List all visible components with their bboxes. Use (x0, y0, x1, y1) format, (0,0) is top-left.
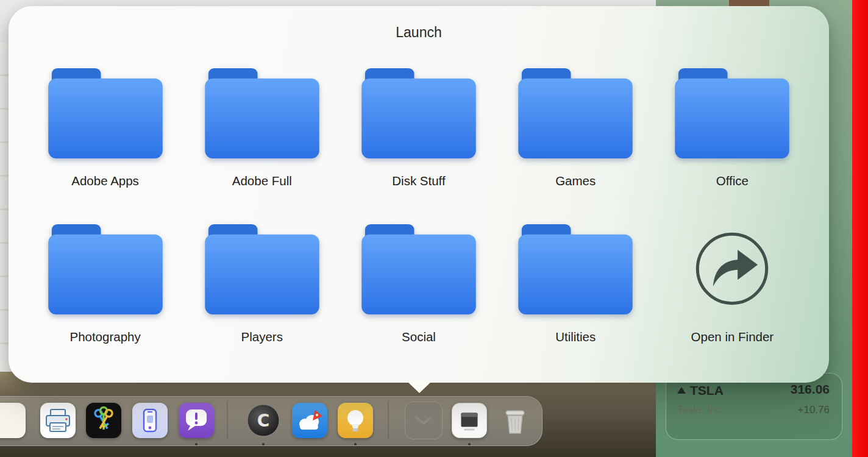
dock-separator (227, 401, 228, 440)
open-stack-tile[interactable] (405, 402, 443, 439)
folder-label: Adobe Full (232, 173, 292, 189)
folder-icon (361, 67, 476, 158)
stock-symbol: TSLA (690, 383, 724, 398)
phone-app-icon[interactable] (132, 403, 168, 438)
running-indicator (262, 443, 265, 445)
phone-glyph (132, 403, 168, 438)
folder-label: Photography (69, 329, 140, 345)
folder-icon (361, 223, 476, 314)
forward-arrow-icon (693, 230, 771, 308)
folder-item-photography[interactable]: Photography (48, 223, 163, 345)
open-in-finder-item[interactable]: Open in Finder (691, 223, 774, 345)
stock-symbol-row: TSLA (677, 383, 724, 398)
popup-pointer (408, 382, 431, 393)
lightbulb-app-icon[interactable] (338, 403, 373, 438)
folder-item-games[interactable]: Games (518, 67, 633, 189)
trash-icon[interactable] (497, 403, 533, 438)
folder-label: Adobe Apps (71, 173, 139, 189)
running-indicator (468, 443, 471, 445)
stock-price: 316.06 (791, 382, 830, 397)
stocks-widget[interactable]: TSLA 316.06 Tesla, Inc. +10.76 (666, 373, 842, 440)
up-arrow-icon (677, 387, 686, 394)
bulb-glyph (338, 403, 373, 438)
document-app-icon[interactable] (452, 403, 487, 438)
folder-item-players[interactable]: Players (205, 223, 319, 345)
printer-app-icon[interactable] (40, 403, 76, 438)
cloud-transfer-app-icon[interactable] (292, 403, 327, 438)
svg-text:C: C (257, 411, 270, 431)
popup-title: Launch (9, 24, 829, 41)
screen-edge-red-strip (852, 0, 868, 457)
folder-label: Disk Stuff (392, 173, 445, 189)
folder-label: Utilities (555, 329, 596, 345)
partial-app-icon[interactable] (0, 403, 26, 438)
keys-glyph (86, 403, 121, 438)
clone-c-app-icon[interactable]: C (246, 403, 281, 438)
folder-item-office[interactable]: Office (675, 67, 789, 189)
folder-icon (48, 67, 163, 158)
folder-icon (48, 223, 163, 314)
cloud-rocket-glyph (292, 403, 327, 438)
keys-app-icon[interactable] (86, 403, 121, 438)
running-indicator (354, 443, 357, 445)
alert-bubble-glyph (179, 403, 214, 438)
stock-company: Tesla, Inc. (677, 404, 724, 416)
folder-label: Games (555, 173, 596, 189)
stock-change: +10.76 (798, 404, 830, 416)
folder-icon (205, 223, 319, 314)
printer-glyph (40, 403, 76, 438)
folder-label: Players (241, 329, 283, 345)
chevron-down-icon (414, 416, 433, 425)
folder-label: Office (716, 173, 749, 189)
folder-icon (518, 67, 633, 158)
folder-item-social[interactable]: Social (361, 223, 476, 345)
folder-label: Social (402, 329, 436, 345)
alert-chat-app-icon[interactable] (179, 403, 214, 438)
folder-grid: Adobe Apps Adobe Full Disk Stuff Games (9, 67, 829, 345)
document-thumbnail-glyph (452, 403, 486, 438)
running-indicator (195, 443, 197, 445)
c-ball-glyph: C (246, 403, 281, 438)
dock-stack-popup: Launch Adobe Apps Adobe Full Disk Stuff (9, 6, 829, 383)
trash-glyph (497, 403, 533, 438)
folder-icon (205, 67, 319, 158)
folder-icon (675, 67, 789, 158)
open-in-finder-label: Open in Finder (691, 329, 774, 345)
folder-item-adobe-full[interactable]: Adobe Full (205, 67, 319, 189)
folder-item-disk-stuff[interactable]: Disk Stuff (361, 67, 476, 189)
folder-item-utilities[interactable]: Utilities (518, 223, 633, 345)
folder-item-adobe-apps[interactable]: Adobe Apps (48, 67, 163, 189)
dock-separator (388, 401, 389, 440)
folder-icon (518, 223, 633, 314)
